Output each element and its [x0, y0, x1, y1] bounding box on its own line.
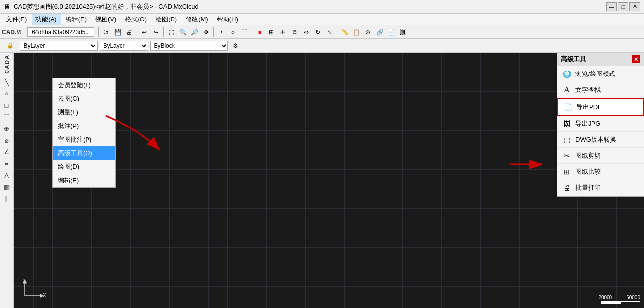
panel-item-textfind[interactable]: A 文字查找 [557, 82, 644, 98]
toolbar-btn-ref2[interactable]: 🔗 [374, 27, 385, 37]
toolbar-btn-5[interactable]: ↪ [151, 27, 161, 37]
tool-arc[interactable]: ⌒ [1, 112, 12, 123]
dropdown-item-drawmenu[interactable]: 绘图(D) [53, 160, 115, 174]
toolbar-btn-1[interactable]: 🗂 [101, 27, 111, 37]
tool-dim[interactable]: ⌀ [1, 135, 12, 146]
linetype-select[interactable]: ByBlock [150, 41, 228, 51]
menu-format[interactable]: 格式(O) [121, 14, 151, 25]
sep8 [17, 41, 17, 51]
toolbar-btn-circle[interactable]: ○ [227, 27, 238, 37]
panel-label-compare: 图纸比较 [575, 167, 601, 176]
sep5 [213, 27, 214, 37]
toolbar-btn-3[interactable]: 🖨 [124, 27, 135, 37]
toolbar-btn-layer[interactable]: ⊞ [266, 27, 277, 37]
dropdown-item-measure[interactable]: 测量(L) [53, 106, 115, 119]
canvas-area[interactable]: X Y 20000 60000 [14, 53, 644, 308]
dropdown-item-advanced[interactable]: 高级工具(O) [53, 146, 115, 160]
panel-label-exportpdf: 导出PDF [576, 103, 602, 111]
color-select[interactable]: ByLayer [100, 41, 148, 51]
menu-view[interactable]: 视图(V) [91, 14, 120, 25]
tool-hatch[interactable]: ≡ [1, 159, 12, 169]
scale-label1: 20000 [598, 295, 612, 300]
menu-draw[interactable]: 绘图(D) [152, 14, 181, 25]
panel-item-dwgconvert[interactable]: ⬚ DWG版本转换 [557, 132, 644, 148]
main-area: CADA ╲ ○ □ ⌒ ⊕ ⌀ ∠ ≡ A ▦ ∥ X Y [0, 53, 644, 308]
tool-angle[interactable]: ∠ [1, 147, 12, 158]
tool-rect[interactable]: □ [1, 100, 12, 111]
panel-label-exportjpg: 导出JPG [575, 119, 600, 128]
cad-logo: CAD.M [2, 29, 21, 36]
dwgconvert-icon: ⬚ [562, 135, 572, 145]
panel-item-exportpdf[interactable]: 📄 导出PDF [557, 98, 644, 116]
tool-text[interactable]: A [1, 170, 12, 181]
toolbar-btn-copy[interactable]: ⧉ [289, 27, 300, 37]
maximize-button[interactable]: □ [618, 2, 628, 11]
scale-bar: 20000 60000 [598, 295, 640, 304]
menu-gongneng[interactable]: 功能(A) [32, 14, 60, 25]
toolbar-btn-arc[interactable]: ⌒ [239, 27, 250, 37]
toolbar-btn-prop[interactable]: 📋 [351, 27, 362, 37]
toolbar-btn-scale[interactable]: ⤡ [324, 27, 335, 37]
layer-select[interactable]: ByLayer [20, 41, 98, 51]
dropdown-item-cloud[interactable]: 云图(C) [53, 92, 115, 106]
close-button[interactable]: ✕ [629, 2, 640, 11]
tool-circle[interactable]: ○ [1, 89, 12, 99]
panel-item-compare[interactable]: ⊞ 图纸比较 [557, 164, 644, 180]
menu-file[interactable]: 文件(E) [2, 14, 31, 25]
sep4 [163, 27, 164, 37]
panel-item-crop[interactable]: ✂ 图纸剪切 [557, 148, 644, 164]
file-tab[interactable]: 64d8baf63a09223d5... [27, 27, 94, 37]
title-bar: 🖥 CAD梦想画图(6.0.20210425)<姓赵的好，非会员> - CAD.… [0, 0, 644, 14]
toolbar2-icon2: 🔒 [7, 42, 14, 49]
panel-label-browse: 浏览/绘图模式 [575, 70, 615, 78]
panel-label-textfind: 文字查找 [575, 86, 601, 94]
tool-line[interactable]: ╲ [1, 77, 12, 88]
dropdown-item-review[interactable]: 审图批注(P) [53, 133, 115, 146]
toolbar-btn-measure[interactable]: 📏 [339, 27, 350, 37]
dropdown-gongneng: 会员登陆(L) 云图(C) 测量(L) 批注(P) 审图批注(P) 高级工具(O… [52, 78, 116, 188]
toolbar-btn-4[interactable]: ↩ [139, 27, 150, 37]
panel-label-dwgconvert: DWG版本转换 [575, 135, 616, 144]
menu-modify[interactable]: 修改(M) [182, 14, 212, 25]
dropdown-item-annotate[interactable]: 批注(P) [53, 119, 115, 133]
toolbar-btn-settings[interactable]: ⚙ [230, 40, 241, 51]
advanced-tools-panel: 高级工具 ✕ 🌐 浏览/绘图模式 A 文字查找 📄 导出PDF 🖼 导出JPG … [557, 53, 644, 197]
toolbar-btn-zoom-in[interactable]: 🔍 [177, 27, 188, 37]
title-text: CAD梦想画图(6.0.20210425)<姓赵的好，非会员> - CAD.Mx… [14, 2, 606, 11]
panel-item-batchprint[interactable]: 🖨 批量打印 [557, 180, 644, 196]
toolbar-btn-zoom-window[interactable]: ⬚ [166, 27, 176, 37]
sep6 [252, 27, 252, 37]
svg-text:X: X [43, 293, 46, 298]
toolbar-btn-line[interactable]: / [216, 27, 226, 37]
tool-block[interactable]: ▦ [1, 182, 12, 193]
toolbar-btn-2[interactable]: 💾 [112, 27, 123, 37]
tool-snap[interactable]: ⊕ [1, 124, 12, 134]
toolbar-btn-zoom-out[interactable]: 🔎 [189, 27, 200, 37]
minimize-button[interactable]: — [606, 2, 617, 11]
menu-bar: 文件(E) 功能(A) 编辑(E) 视图(V) 格式(O) 绘图(D) 修改(M… [0, 14, 644, 25]
menu-help[interactable]: 帮助(H) [213, 14, 242, 25]
dropdown-item-editmenu[interactable]: 编辑(E) [53, 174, 115, 187]
menu-edit[interactable]: 编辑(E) [62, 14, 90, 25]
toolbar-btn-rotate[interactable]: ↻ [313, 27, 323, 37]
toolbar-btn-ref1[interactable]: ⊙ [363, 27, 373, 37]
toolbar2-icon1: ≡ [2, 43, 5, 49]
toolbar-btn-color[interactable]: ■ [254, 27, 265, 37]
toolbar-btn-move[interactable]: ✛ [278, 27, 288, 37]
panel-item-exportjpg[interactable]: 🖼 导出JPG [557, 116, 644, 132]
toolbar-btn-pdf[interactable]: 📄 [386, 27, 397, 37]
panel-item-browse[interactable]: 🌐 浏览/绘图模式 [557, 66, 644, 82]
tool-multiline[interactable]: ∥ [1, 194, 12, 204]
dropdown-item-member[interactable]: 会员登陆(L) [53, 78, 115, 92]
window-controls: — □ ✕ [606, 2, 640, 11]
scale-label2: 60000 [627, 295, 640, 300]
compare-icon: ⊞ [562, 167, 572, 177]
left-panel-label: CADA [4, 54, 10, 74]
toolbar-btn-img[interactable]: 🖼 [398, 27, 408, 37]
toolbar-separator2 [98, 27, 99, 37]
toolbar-btn-mirror[interactable]: ⇔ [301, 27, 312, 37]
toolbar-separator [25, 27, 25, 37]
panel-close-button[interactable]: ✕ [632, 55, 640, 63]
left-panel: CADA ╲ ○ □ ⌒ ⊕ ⌀ ∠ ≡ A ▦ ∥ [0, 53, 14, 308]
toolbar-btn-pan[interactable]: ✥ [201, 27, 211, 37]
